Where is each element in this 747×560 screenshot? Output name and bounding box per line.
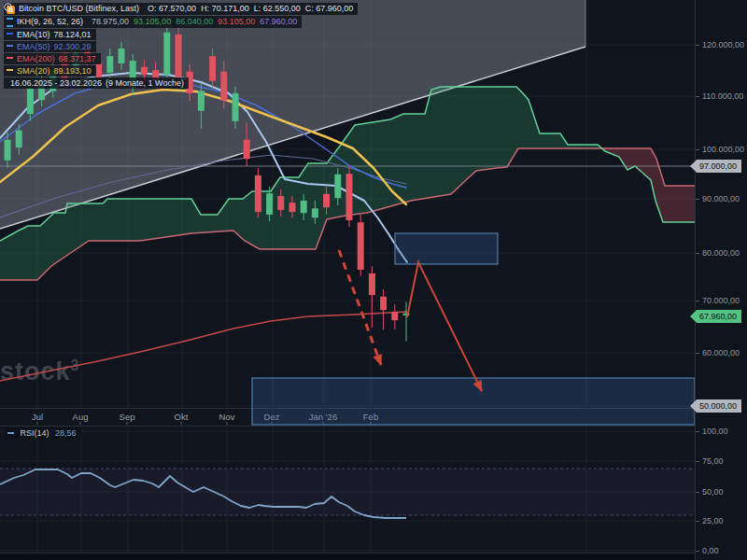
rsi-axis-label: 0,00 [696, 546, 719, 555]
candle-body [346, 174, 353, 220]
ema200-name: EMA(200) [17, 54, 55, 63]
candle-body [266, 193, 273, 215]
sma20-value: 89.193,10 [54, 66, 92, 76]
candle-body [244, 140, 250, 159]
legend-panel: B Bitcoin BTC/USD (Bitfinex, Last) O: 67… [4, 3, 358, 90]
candle-body [16, 131, 22, 147]
candle-body [255, 175, 261, 212]
ikh-tenkan-value: 78.975,00 [92, 17, 129, 26]
candle[interactable] [380, 289, 387, 329]
ikh-kijun-value: 93.105,00 [134, 17, 171, 26]
price-axis-label: 120.000,00 [696, 40, 744, 49]
period-detail: (9 Monate, 1 Woche) [106, 78, 184, 88]
rsi-band [0, 469, 695, 515]
candle-body [5, 140, 11, 161]
bottom-strip [0, 553, 695, 560]
low-value: 62.550,00 [263, 4, 301, 13]
legend-ikh-row[interactable]: IKH(9, 26, 52, 26) 78.975,00 93.105,00 8… [4, 16, 302, 28]
candle[interactable] [391, 304, 398, 329]
rsi-axis-label: 75,00 [696, 456, 724, 466]
close-value: 67.960,00 [316, 4, 353, 13]
ikh-senkou-a-value: 86.040,00 [176, 17, 213, 26]
rect-annotation-large[interactable] [252, 378, 695, 425]
candle-body [301, 201, 307, 213]
price-axis-label: 100.000,00 [696, 145, 744, 154]
rect-annotation-small[interactable] [395, 233, 498, 264]
legend-sma20-row[interactable]: SMA(20) 89.193,10 [4, 65, 96, 77]
ema50-name: EMA(50) [17, 42, 50, 51]
rsi-axis-label: 50,00 [696, 487, 724, 497]
candle[interactable] [346, 166, 353, 227]
rsi-icon [7, 432, 14, 434]
low-label: L: [254, 4, 261, 13]
price-badge-green: 67.960,00 [690, 310, 741, 323]
ema10-value: 78.124,01 [54, 30, 92, 39]
legend-ema10-row[interactable]: EMA(10) 78.124,01 [4, 29, 96, 40]
symbol-title: Bitcoin BTC/USD (Bitfinex, Last) [19, 4, 139, 13]
candle-body [27, 89, 34, 114]
sma20-name: SMA(20) [17, 66, 50, 76]
open-value: 67.570,00 [159, 4, 196, 13]
price-badge-gray: 50.000,00 [690, 399, 741, 413]
candle[interactable] [255, 168, 261, 217]
candle-body [358, 222, 364, 270]
time-axis-label[interactable]: Sep [120, 412, 135, 422]
candle-body [312, 208, 318, 217]
chart-window: stock3 JulAugSepOktNovDezJan '26Feb 120.… [0, 0, 747, 560]
ikh-name: IKH(9, 26, 52, 26) [17, 17, 83, 26]
rsi-name: RSI(14) [21, 428, 49, 438]
candle-body [323, 194, 330, 207]
candle-body [334, 175, 341, 198]
high-value: 70.171,00 [212, 4, 249, 13]
ikh-chikou-value: 67.960,00 [260, 17, 297, 26]
price-badge-gray: 97.000,00 [690, 160, 741, 173]
ema50-value: 92.300,29 [54, 42, 92, 51]
ema50-icon [7, 45, 13, 47]
price-axis-label: 90.000,00 [696, 194, 740, 203]
time-axis-label[interactable]: Nov [219, 412, 235, 422]
price-axis[interactable]: 120.000,00110.000,00100.000,0090.000,008… [695, 0, 747, 560]
ema200-line[interactable] [0, 312, 406, 381]
candle-body [198, 91, 204, 111]
period-range: 16.06.2025 - 23.02.2026 [10, 78, 102, 88]
rsi-legend-row[interactable]: RSI(14) 28,56 [5, 427, 81, 439]
arrow-solid-down[interactable] [407, 262, 482, 391]
open-label: O: [148, 4, 157, 13]
candle-body [369, 273, 375, 295]
candle[interactable] [369, 266, 375, 328]
rsi-value: 28,56 [55, 428, 77, 438]
arrowhead [374, 354, 387, 368]
sma20-icon [7, 69, 13, 71]
time-axis-label[interactable]: Okt [175, 412, 189, 422]
price-axis-label: 80.000,00 [696, 248, 740, 258]
ema200-value: 68.371,37 [59, 54, 96, 63]
legend-ema200-row[interactable]: EMA(200) 68.371,37 [4, 53, 101, 64]
rsi-axis-label: 25,00 [696, 516, 724, 525]
ema10-icon [7, 33, 13, 35]
annotations[interactable] [252, 233, 695, 425]
price-axis-label: 60.000,00 [696, 348, 740, 357]
legend-ema50-row[interactable]: EMA(50) 92.300,29 [4, 41, 96, 52]
rsi-pane[interactable] [0, 469, 695, 518]
candle-body [380, 297, 387, 310]
ikh-icon [7, 18, 13, 27]
legend-symbol-row[interactable]: B Bitcoin BTC/USD (Bitfinex, Last) O: 67… [4, 3, 358, 15]
high-label: H: [201, 4, 209, 13]
time-axis-label[interactable]: Aug [73, 412, 89, 422]
candle-body [391, 312, 398, 320]
legend-period-row[interactable]: 16.06.2025 - 23.02.2026 (9 Monate, 1 Woc… [4, 77, 189, 89]
candle-body [289, 203, 296, 212]
time-axis-label[interactable]: Jul [32, 412, 43, 422]
candle-body [277, 196, 284, 210]
rsi-axis-label: 100,00 [696, 427, 728, 436]
price-axis-label: 70.000,00 [696, 296, 740, 305]
ema10-name: EMA(10) [17, 30, 50, 39]
ema200-icon [7, 57, 13, 59]
ikh-senkou-b-value: 93.105,00 [218, 17, 255, 26]
close-label: C: [305, 4, 314, 13]
candle-body [233, 93, 239, 121]
price-axis-label: 110.000,00 [696, 91, 743, 101]
candle[interactable] [358, 215, 364, 276]
